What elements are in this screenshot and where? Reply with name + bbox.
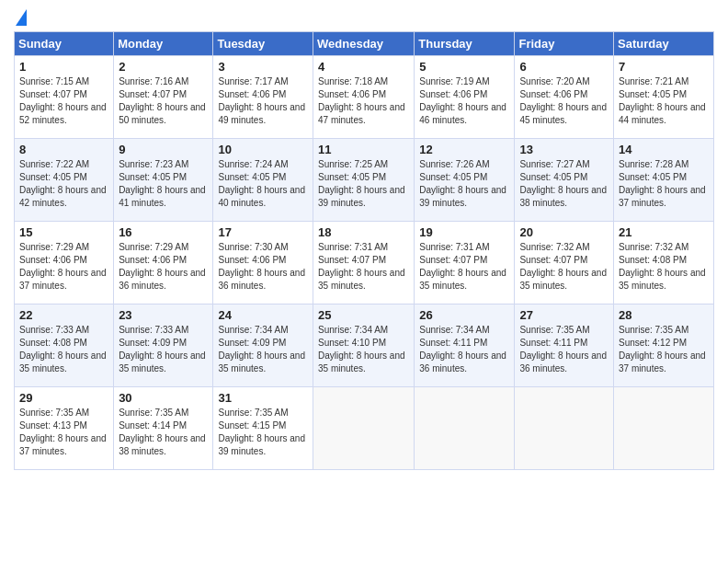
calendar-cell: 5 Sunrise: 7:19 AMSunset: 4:06 PMDayligh… [415, 56, 515, 139]
day-number: 11 [318, 143, 409, 156]
weekday-header-wednesday: Wednesday [313, 32, 415, 56]
day-number: 8 [19, 143, 108, 156]
day-info: Sunrise: 7:15 AMSunset: 4:07 PMDaylight:… [19, 76, 107, 125]
calendar-cell: 27 Sunrise: 7:35 AMSunset: 4:11 PMDaylig… [515, 304, 614, 387]
calendar-cell: 8 Sunrise: 7:22 AMSunset: 4:05 PMDayligh… [15, 139, 114, 222]
calendar-cell: 18 Sunrise: 7:31 AMSunset: 4:07 PMDaylig… [313, 222, 415, 304]
calendar-cell: 7 Sunrise: 7:21 AMSunset: 4:05 PMDayligh… [614, 56, 714, 139]
calendar-cell: 1 Sunrise: 7:15 AMSunset: 4:07 PMDayligh… [15, 56, 114, 139]
calendar-cell: 9 Sunrise: 7:23 AMSunset: 4:05 PMDayligh… [114, 139, 213, 222]
page: SundayMondayTuesdayWednesdayThursdayFrid… [0, 0, 728, 563]
logo-triangle-icon [16, 9, 27, 26]
day-info: Sunrise: 7:18 AMSunset: 4:06 PMDaylight:… [318, 76, 405, 125]
calendar-table: SundayMondayTuesdayWednesdayThursdayFrid… [14, 31, 714, 470]
calendar-cell: 19 Sunrise: 7:31 AMSunset: 4:07 PMDaylig… [415, 222, 515, 304]
day-number: 6 [519, 60, 609, 74]
calendar-cell: 26 Sunrise: 7:34 AMSunset: 4:11 PMDaylig… [415, 304, 515, 387]
weekday-header-saturday: Saturday [614, 32, 714, 56]
weekday-header-sunday: Sunday [15, 32, 114, 56]
calendar-cell: 25 Sunrise: 7:34 AMSunset: 4:10 PMDaylig… [313, 304, 415, 387]
calendar-cell: 2 Sunrise: 7:16 AMSunset: 4:07 PMDayligh… [114, 56, 213, 139]
day-info: Sunrise: 7:17 AMSunset: 4:06 PMDaylight:… [218, 76, 305, 125]
calendar-cell [313, 387, 415, 470]
calendar-cell: 16 Sunrise: 7:29 AMSunset: 4:06 PMDaylig… [114, 222, 213, 304]
day-info: Sunrise: 7:16 AMSunset: 4:07 PMDaylight:… [119, 76, 206, 125]
day-info: Sunrise: 7:32 AMSunset: 4:07 PMDaylight:… [519, 242, 607, 291]
calendar-cell: 21 Sunrise: 7:32 AMSunset: 4:08 PMDaylig… [614, 222, 714, 304]
calendar-cell: 29 Sunrise: 7:35 AMSunset: 4:13 PMDaylig… [15, 387, 114, 470]
calendar-cell: 6 Sunrise: 7:20 AMSunset: 4:06 PMDayligh… [515, 56, 614, 139]
day-info: Sunrise: 7:29 AMSunset: 4:06 PMDaylight:… [119, 242, 206, 291]
day-number: 23 [119, 308, 208, 322]
day-info: Sunrise: 7:34 AMSunset: 4:09 PMDaylight:… [218, 325, 305, 373]
weekday-header-friday: Friday [515, 32, 614, 56]
day-number: 22 [19, 308, 108, 322]
day-info: Sunrise: 7:24 AMSunset: 4:05 PMDaylight:… [218, 159, 305, 208]
day-info: Sunrise: 7:21 AMSunset: 4:05 PMDaylight:… [619, 76, 706, 125]
day-info: Sunrise: 7:32 AMSunset: 4:08 PMDaylight:… [619, 242, 706, 291]
logo [14, 9, 27, 26]
day-info: Sunrise: 7:31 AMSunset: 4:07 PMDaylight:… [419, 242, 506, 291]
calendar-cell: 20 Sunrise: 7:32 AMSunset: 4:07 PMDaylig… [515, 222, 614, 304]
day-number: 1 [19, 60, 108, 74]
calendar-cell: 22 Sunrise: 7:33 AMSunset: 4:08 PMDaylig… [15, 304, 114, 387]
day-info: Sunrise: 7:20 AMSunset: 4:06 PMDaylight:… [519, 76, 607, 125]
calendar-cell: 10 Sunrise: 7:24 AMSunset: 4:05 PMDaylig… [213, 139, 313, 222]
calendar-cell: 30 Sunrise: 7:35 AMSunset: 4:14 PMDaylig… [114, 387, 213, 470]
day-number: 10 [218, 143, 308, 156]
weekday-header-monday: Monday [114, 32, 213, 56]
day-info: Sunrise: 7:27 AMSunset: 4:05 PMDaylight:… [519, 159, 607, 208]
day-info: Sunrise: 7:35 AMSunset: 4:12 PMDaylight:… [619, 325, 706, 373]
day-info: Sunrise: 7:26 AMSunset: 4:05 PMDaylight:… [419, 159, 506, 208]
calendar-cell: 11 Sunrise: 7:25 AMSunset: 4:05 PMDaylig… [313, 139, 415, 222]
header [14, 9, 714, 26]
calendar-cell [515, 387, 614, 470]
day-number: 17 [218, 225, 308, 239]
day-info: Sunrise: 7:35 AMSunset: 4:11 PMDaylight:… [519, 325, 607, 373]
calendar-cell [415, 387, 515, 470]
day-info: Sunrise: 7:34 AMSunset: 4:10 PMDaylight:… [318, 325, 405, 373]
day-info: Sunrise: 7:28 AMSunset: 4:05 PMDaylight:… [619, 159, 706, 208]
day-number: 24 [218, 308, 308, 322]
day-number: 14 [619, 143, 709, 156]
calendar-cell: 31 Sunrise: 7:35 AMSunset: 4:15 PMDaylig… [213, 387, 313, 470]
day-info: Sunrise: 7:35 AMSunset: 4:15 PMDaylight:… [218, 408, 305, 456]
day-info: Sunrise: 7:29 AMSunset: 4:06 PMDaylight:… [19, 242, 107, 291]
day-number: 9 [119, 143, 208, 156]
day-number: 28 [619, 308, 709, 322]
calendar-cell: 17 Sunrise: 7:30 AMSunset: 4:06 PMDaylig… [213, 222, 313, 304]
calendar-week-row: 1 Sunrise: 7:15 AMSunset: 4:07 PMDayligh… [15, 56, 714, 139]
day-number: 7 [619, 60, 709, 74]
day-number: 4 [318, 60, 409, 74]
calendar-cell: 28 Sunrise: 7:35 AMSunset: 4:12 PMDaylig… [614, 304, 714, 387]
day-number: 27 [519, 308, 609, 322]
calendar-cell: 15 Sunrise: 7:29 AMSunset: 4:06 PMDaylig… [15, 222, 114, 304]
day-number: 29 [19, 391, 108, 405]
day-number: 19 [419, 225, 509, 239]
day-info: Sunrise: 7:31 AMSunset: 4:07 PMDaylight:… [318, 242, 405, 291]
calendar-cell: 3 Sunrise: 7:17 AMSunset: 4:06 PMDayligh… [213, 56, 313, 139]
calendar-week-row: 8 Sunrise: 7:22 AMSunset: 4:05 PMDayligh… [15, 139, 714, 222]
day-number: 13 [519, 143, 609, 156]
day-info: Sunrise: 7:33 AMSunset: 4:08 PMDaylight:… [19, 325, 107, 373]
day-number: 21 [619, 225, 709, 239]
calendar-cell: 4 Sunrise: 7:18 AMSunset: 4:06 PMDayligh… [313, 56, 415, 139]
day-info: Sunrise: 7:30 AMSunset: 4:06 PMDaylight:… [218, 242, 305, 291]
calendar-cell: 24 Sunrise: 7:34 AMSunset: 4:09 PMDaylig… [213, 304, 313, 387]
calendar-week-row: 15 Sunrise: 7:29 AMSunset: 4:06 PMDaylig… [15, 222, 714, 304]
weekday-header-thursday: Thursday [415, 32, 515, 56]
day-info: Sunrise: 7:22 AMSunset: 4:05 PMDaylight:… [19, 159, 107, 208]
day-number: 31 [218, 391, 308, 405]
day-info: Sunrise: 7:35 AMSunset: 4:14 PMDaylight:… [119, 408, 206, 456]
day-number: 26 [419, 308, 509, 322]
calendar-week-row: 29 Sunrise: 7:35 AMSunset: 4:13 PMDaylig… [15, 387, 714, 470]
day-info: Sunrise: 7:35 AMSunset: 4:13 PMDaylight:… [19, 408, 107, 456]
day-number: 12 [419, 143, 509, 156]
calendar-cell: 23 Sunrise: 7:33 AMSunset: 4:09 PMDaylig… [114, 304, 213, 387]
calendar-week-row: 22 Sunrise: 7:33 AMSunset: 4:08 PMDaylig… [15, 304, 714, 387]
calendar-cell [614, 387, 714, 470]
day-info: Sunrise: 7:33 AMSunset: 4:09 PMDaylight:… [119, 325, 206, 373]
weekday-header-tuesday: Tuesday [213, 32, 313, 56]
day-info: Sunrise: 7:34 AMSunset: 4:11 PMDaylight:… [419, 325, 506, 373]
day-info: Sunrise: 7:23 AMSunset: 4:05 PMDaylight:… [119, 159, 206, 208]
